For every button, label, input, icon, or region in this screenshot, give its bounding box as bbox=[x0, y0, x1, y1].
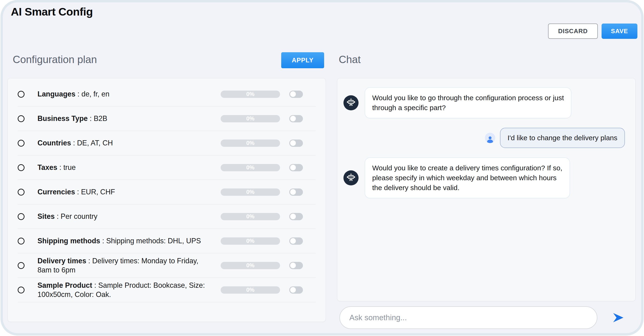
plan-row-label: Shipping methods bbox=[38, 237, 100, 245]
plan-row-separator: : bbox=[92, 281, 98, 289]
plan-row-label: Delivery times bbox=[38, 257, 86, 265]
send-button[interactable] bbox=[612, 311, 625, 325]
plan-row-value: de, fr, en bbox=[81, 90, 110, 98]
plan-row: Sample Product : Sample Product: Bookcas… bbox=[18, 278, 316, 302]
chat-section-title: Chat bbox=[339, 54, 361, 65]
radio-button-icon[interactable] bbox=[18, 140, 24, 147]
progress-bar-label: 0% bbox=[246, 287, 254, 293]
progress-bar-label: 0% bbox=[246, 189, 254, 195]
toggle-switch[interactable] bbox=[289, 115, 303, 122]
chat-card: Would you like to go through the configu… bbox=[337, 78, 636, 301]
plan-row-text: Currencies : EUR, CHF bbox=[38, 187, 221, 196]
save-button[interactable]: SAVE bbox=[602, 23, 638, 39]
plan-row-value: B2B bbox=[94, 114, 107, 122]
app-window: AI Smart Config DISCARD SAVE Configurati… bbox=[3, 2, 641, 333]
plan-row-separator: : bbox=[100, 237, 106, 245]
send-icon bbox=[612, 312, 624, 324]
toggle-switch[interactable] bbox=[289, 237, 303, 245]
chat-messages: Would you like to go through the configu… bbox=[344, 87, 625, 198]
toggle-knob bbox=[290, 165, 296, 170]
plan-row-separator: : bbox=[76, 90, 81, 98]
person-icon bbox=[486, 135, 494, 143]
toggle-knob bbox=[290, 263, 296, 268]
toggle-switch[interactable] bbox=[289, 140, 303, 147]
radio-button-icon[interactable] bbox=[18, 262, 24, 269]
plan-row-text: Languages : de, fr, en bbox=[38, 89, 221, 99]
discard-button[interactable]: DISCARD bbox=[548, 23, 598, 39]
plan-row-separator: : bbox=[86, 257, 92, 265]
user-message-bubble: I'd like to change the delivery plans bbox=[500, 128, 625, 148]
radio-button-icon[interactable] bbox=[18, 115, 24, 122]
toggle-knob bbox=[290, 238, 296, 244]
progress-bar: 0% bbox=[221, 237, 280, 245]
robot-icon bbox=[346, 98, 356, 108]
user-message-row: I'd like to change the delivery plans bbox=[344, 128, 625, 148]
bot-message-row: Would you like to create a delivery time… bbox=[344, 158, 625, 198]
progress-bar: 0% bbox=[221, 213, 280, 220]
radio-button-icon[interactable] bbox=[18, 91, 24, 98]
bot-avatar bbox=[344, 95, 358, 110]
toggle-knob bbox=[290, 287, 296, 293]
plan-row: Sites : Per country 0% bbox=[18, 204, 316, 229]
chat-input-row bbox=[340, 306, 636, 329]
radio-button-icon[interactable] bbox=[18, 287, 24, 293]
radio-button-icon[interactable] bbox=[18, 238, 24, 244]
plan-row-value: DE, AT, CH bbox=[77, 139, 113, 147]
plan-row-value: EUR, CHF bbox=[81, 188, 115, 196]
plan-row-value: Per country bbox=[60, 212, 97, 220]
radio-button-icon[interactable] bbox=[18, 213, 24, 220]
plan-row-separator: : bbox=[88, 114, 94, 122]
progress-bar-label: 0% bbox=[246, 238, 254, 244]
chat-message-input[interactable] bbox=[340, 306, 597, 329]
radio-button-icon[interactable] bbox=[18, 189, 24, 195]
progress-bar-label: 0% bbox=[246, 164, 254, 171]
plan-row: Languages : de, fr, en 0% bbox=[18, 82, 316, 107]
toggle-switch[interactable] bbox=[289, 262, 303, 269]
plan-row-separator: : bbox=[55, 212, 60, 220]
plan-row: Currencies : EUR, CHF 0% bbox=[18, 180, 316, 204]
progress-bar: 0% bbox=[221, 115, 280, 122]
plan-row: Business Type : B2B 0% bbox=[18, 107, 316, 131]
plan-row: Countries : DE, AT, CH 0% bbox=[18, 131, 316, 156]
apply-button[interactable]: APPLY bbox=[281, 52, 324, 68]
plan-row-label: Currencies bbox=[38, 188, 75, 196]
toggle-switch[interactable] bbox=[289, 286, 303, 294]
plan-row-text: Taxes : true bbox=[38, 163, 221, 172]
plan-row-separator: : bbox=[57, 163, 63, 171]
bot-message-bubble: Would you like to create a delivery time… bbox=[365, 158, 570, 198]
plan-row-label: Sample Product bbox=[38, 281, 92, 289]
user-avatar bbox=[485, 133, 495, 143]
progress-bar-label: 0% bbox=[246, 213, 254, 220]
plan-row: Taxes : true 0% bbox=[18, 156, 316, 180]
plan-row-text: Sample Product : Sample Product: Bookcas… bbox=[38, 281, 221, 299]
progress-bar: 0% bbox=[221, 140, 280, 147]
progress-bar-label: 0% bbox=[246, 91, 254, 97]
toggle-knob bbox=[290, 189, 296, 195]
toggle-switch[interactable] bbox=[289, 188, 303, 196]
plan-row: Shipping methods : Shipping methods: DHL… bbox=[18, 229, 316, 253]
plan-row-separator: : bbox=[71, 139, 77, 147]
page-title: AI Smart Config bbox=[11, 5, 93, 18]
progress-bar: 0% bbox=[221, 91, 280, 98]
progress-bar-label: 0% bbox=[246, 115, 254, 122]
progress-bar-label: 0% bbox=[246, 262, 254, 269]
configuration-plan-card: Languages : de, fr, en 0% Business Type … bbox=[8, 78, 326, 322]
plan-row-text: Countries : DE, AT, CH bbox=[38, 138, 221, 148]
plan-row-label: Business Type bbox=[38, 114, 88, 122]
progress-bar: 0% bbox=[221, 164, 280, 171]
toggle-knob bbox=[290, 214, 296, 219]
plan-row-text: Shipping methods : Shipping methods: DHL… bbox=[38, 236, 221, 245]
progress-bar: 0% bbox=[221, 188, 280, 196]
plan-row: Delivery times : Delivery times: Monday … bbox=[18, 253, 316, 278]
plan-row-text: Sites : Per country bbox=[38, 212, 221, 221]
bot-message-bubble: Would you like to go through the configu… bbox=[365, 87, 572, 118]
toggle-switch[interactable] bbox=[289, 91, 303, 98]
toggle-switch[interactable] bbox=[289, 213, 303, 220]
plan-row-text: Business Type : B2B bbox=[38, 114, 221, 123]
radio-button-icon[interactable] bbox=[18, 164, 24, 171]
plan-row-text: Delivery times : Delivery times: Monday … bbox=[38, 256, 221, 275]
plan-row-label: Taxes bbox=[38, 163, 57, 171]
bot-message-row: Would you like to go through the configu… bbox=[344, 87, 625, 118]
toggle-switch[interactable] bbox=[289, 164, 303, 171]
progress-bar: 0% bbox=[221, 286, 280, 294]
